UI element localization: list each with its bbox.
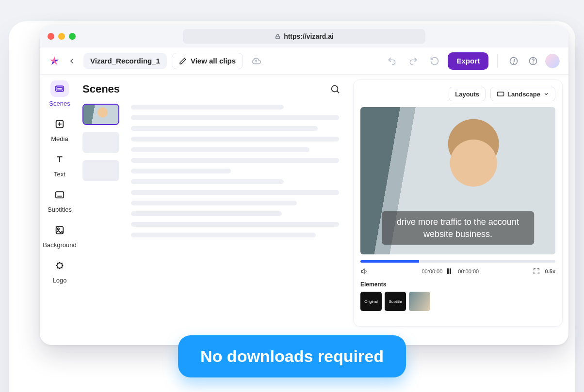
search-icon[interactable] <box>330 84 341 94</box>
filename-text: Vizard_Recording_1 <box>90 57 160 65</box>
undo-button[interactable] <box>387 56 397 66</box>
svg-rect-0 <box>276 36 280 38</box>
svg-point-2 <box>514 63 514 63</box>
svg-point-15 <box>332 86 338 92</box>
browser-chrome: https://vizard.ai <box>40 25 568 47</box>
nav-item-logo[interactable]: Logo <box>50 257 69 284</box>
nav-label: Text <box>54 171 65 178</box>
nav-label: Background <box>43 241 76 249</box>
traffic-lights <box>48 33 76 40</box>
skeleton-line <box>131 190 339 195</box>
video-preview[interactable]: drive more traffic to the account websit… <box>360 107 555 254</box>
history-button[interactable] <box>429 56 440 66</box>
nav-item-scenes[interactable]: Scenes <box>49 80 70 107</box>
svg-rect-10 <box>56 192 64 198</box>
tips-button[interactable] <box>508 56 519 66</box>
volume-button[interactable] <box>360 267 368 275</box>
view-all-clips-button[interactable]: View all clips <box>172 53 243 69</box>
layouts-label: Layouts <box>455 91 479 98</box>
scenes-title: Scenes <box>82 83 120 95</box>
element-clip[interactable] <box>409 292 430 311</box>
skeleton-line <box>131 158 339 163</box>
progress-fill <box>360 260 419 263</box>
time-total: 00:00:00 <box>458 268 479 274</box>
skeleton-line <box>131 126 318 131</box>
view-all-clips-label: View all clips <box>191 57 236 65</box>
editor-body: Scenes Media Text Subtitles <box>40 75 568 345</box>
chevron-down-icon <box>543 91 549 97</box>
playback-speed[interactable]: 0.5x <box>545 268 555 274</box>
nav-label: Subtitles <box>48 206 72 213</box>
skeleton-line <box>131 147 309 152</box>
toolbar-divider <box>497 54 498 68</box>
pause-button[interactable] <box>447 268 453 274</box>
minimize-dot[interactable] <box>58 33 65 40</box>
left-nav: Scenes Media Text Subtitles <box>40 75 80 345</box>
skeleton-line <box>131 169 231 173</box>
export-button[interactable]: Export <box>448 52 488 70</box>
skeleton-line <box>131 137 339 141</box>
scenes-icon <box>50 80 69 97</box>
nav-label: Scenes <box>49 100 70 107</box>
playbar: 00:00:00 00:00:00 0.5x <box>360 260 555 275</box>
elements-heading: Elements <box>360 281 555 288</box>
help-button[interactable] <box>528 56 538 66</box>
address-url: https://vizard.ai <box>284 32 334 40</box>
orientation-label: Landscape <box>507 91 540 98</box>
time-current: 00:00:00 <box>422 268 442 274</box>
transcript-skeleton <box>131 104 343 237</box>
nav-label: Media <box>51 135 68 142</box>
element-original[interactable]: Original <box>360 292 382 311</box>
cloud-sync-icon[interactable] <box>251 56 261 66</box>
user-avatar[interactable] <box>545 54 560 68</box>
logo-icon <box>50 257 69 274</box>
progress-track[interactable] <box>360 260 555 263</box>
app-logo[interactable] <box>49 55 60 67</box>
back-button[interactable] <box>65 54 79 68</box>
zoom-dot[interactable] <box>69 33 76 40</box>
skeleton-line <box>131 222 339 227</box>
svg-rect-12 <box>56 227 64 234</box>
elements-row: Original Subtitle <box>360 292 555 311</box>
close-dot[interactable] <box>48 33 54 40</box>
preview-card: Layouts Landscape drive more traffic to … <box>353 79 563 327</box>
svg-line-16 <box>337 91 339 93</box>
banner-text: No downloads required <box>200 347 384 365</box>
pencil-icon <box>179 57 187 65</box>
skeleton-line <box>131 233 316 237</box>
scene-thumb-2[interactable] <box>82 132 119 153</box>
address-bar[interactable]: https://vizard.ai <box>183 29 425 44</box>
nav-item-background[interactable]: Background <box>43 222 76 249</box>
scene-thumb-3[interactable] <box>82 160 119 181</box>
browser-window: https://vizard.ai Vizard_Recording_1 Vie… <box>40 25 568 345</box>
subtitles-icon <box>50 187 69 203</box>
orientation-dropdown[interactable]: Landscape <box>490 87 555 101</box>
nav-item-text[interactable]: Text <box>50 151 69 178</box>
nav-item-media[interactable]: Media <box>50 116 69 142</box>
redo-button[interactable] <box>408 56 419 66</box>
app-toolbar: Vizard_Recording_1 View all clips Export <box>40 47 568 75</box>
caption-overlay: drive more traffic to the account websit… <box>382 211 534 245</box>
project-filename[interactable]: Vizard_Recording_1 <box>83 53 167 69</box>
svg-rect-17 <box>497 92 503 96</box>
skeleton-line <box>131 179 284 184</box>
fullscreen-button[interactable] <box>533 267 540 275</box>
nav-item-subtitles[interactable]: Subtitles <box>48 187 72 213</box>
skeleton-line <box>131 201 297 205</box>
layouts-button[interactable]: Layouts <box>449 87 486 101</box>
landscape-icon <box>497 91 504 97</box>
export-label: Export <box>456 57 480 65</box>
svg-point-14 <box>57 263 63 268</box>
preview-panel: Layouts Landscape drive more traffic to … <box>351 75 568 345</box>
skeleton-line <box>131 115 339 120</box>
media-icon <box>50 116 69 132</box>
svg-rect-6 <box>57 87 63 90</box>
scenes-panel: Scenes <box>80 75 351 345</box>
lock-icon <box>275 33 281 40</box>
scene-thumb-1[interactable] <box>82 104 119 125</box>
element-subtitle[interactable]: Subtitle <box>385 292 406 311</box>
skeleton-line <box>131 105 284 110</box>
background-icon <box>50 222 69 238</box>
scene-thumbnails <box>82 104 119 237</box>
nav-label: Logo <box>53 277 67 284</box>
